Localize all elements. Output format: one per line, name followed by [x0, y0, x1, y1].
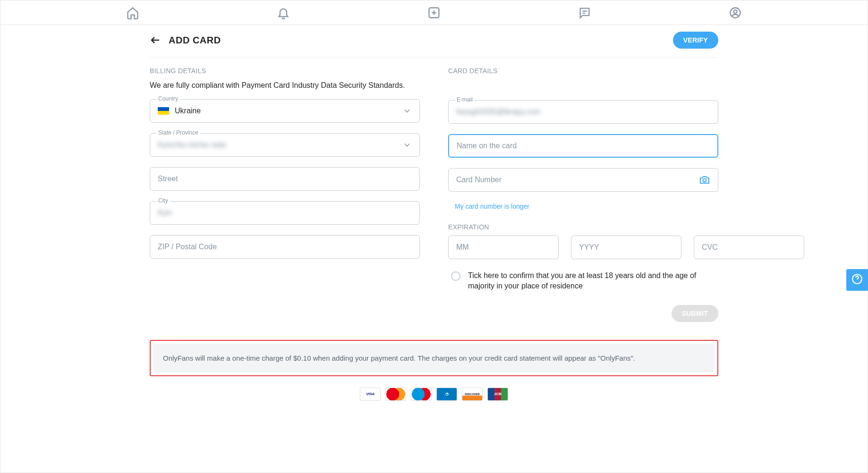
- cvc-field[interactable]: [694, 236, 804, 259]
- page-header: ADD CARD VERIFY: [150, 25, 718, 58]
- city-field[interactable]: City Kyiv: [150, 201, 420, 225]
- help-icon: [851, 273, 863, 287]
- svg-point-3: [703, 179, 706, 182]
- flag-ukraine-icon: [158, 107, 169, 115]
- billing-section-title: BILLING DETAILS: [150, 67, 420, 75]
- email-field[interactable]: E-mail fwysg53335@lbrapy.com: [448, 100, 718, 124]
- name-on-card-input[interactable]: [457, 142, 710, 150]
- card-number-field[interactable]: [448, 168, 718, 192]
- zip-field[interactable]: [150, 235, 420, 259]
- city-value: Kyiv: [158, 209, 172, 217]
- plus-square-icon[interactable]: [427, 6, 441, 19]
- street-input[interactable]: [158, 175, 412, 183]
- card-number-input[interactable]: [456, 176, 693, 184]
- chevron-down-icon: [402, 140, 412, 150]
- maestro-logo-icon: [411, 388, 432, 401]
- billing-column: BILLING DETAILS We are fully compliant w…: [150, 67, 420, 322]
- card-column: CARD DETAILS E-mail fwysg53335@lbrapy.co…: [448, 67, 718, 322]
- chevron-down-icon: [402, 106, 412, 116]
- cvc-input[interactable]: [702, 243, 796, 252]
- country-value: Ukraine: [175, 107, 397, 115]
- compliance-text: We are fully compliant with Payment Card…: [150, 81, 420, 90]
- charge-notice-highlight: OnlyFans will make a one-time charge of …: [150, 340, 718, 376]
- charge-notice-text: OnlyFans will make a one-time charge of …: [153, 344, 715, 372]
- card-brand-logos: VISA ◔ DISCOVER JCB: [150, 388, 718, 401]
- back-arrow-icon[interactable]: [150, 34, 161, 46]
- state-label: State / Province: [156, 129, 200, 136]
- jcb-logo-icon: JCB: [487, 388, 508, 401]
- age-confirm-label: Tick here to confirm that you are at lea…: [468, 270, 718, 292]
- zip-input[interactable]: [158, 243, 412, 251]
- country-label: Country: [156, 95, 180, 102]
- verify-button[interactable]: VERIFY: [673, 32, 718, 49]
- exp-month-field[interactable]: [448, 236, 559, 259]
- state-value: Kyivs'ka mis'ka rada: [158, 141, 397, 149]
- svg-point-2: [734, 10, 737, 13]
- camera-icon[interactable]: [699, 174, 710, 186]
- card-number-longer-link[interactable]: My card number is longer: [455, 203, 529, 210]
- card-section-title: CARD DETAILS: [448, 67, 718, 75]
- exp-year-field[interactable]: [571, 236, 681, 259]
- diners-logo-icon: ◔: [436, 388, 457, 401]
- age-confirm-checkbox[interactable]: [451, 271, 460, 281]
- help-fab-button[interactable]: [846, 269, 868, 291]
- message-icon[interactable]: [578, 6, 591, 19]
- country-field[interactable]: Country Ukraine: [150, 99, 420, 123]
- top-nav: [0, 0, 868, 25]
- page-title: ADD CARD: [169, 35, 221, 46]
- email-value: fwysg53335@lbrapy.com: [456, 108, 541, 116]
- home-icon[interactable]: [126, 6, 139, 19]
- discover-logo-icon: DISCOVER: [462, 388, 483, 401]
- name-on-card-field[interactable]: [448, 134, 718, 158]
- expiration-label: EXPIRATION: [448, 223, 718, 231]
- age-confirm-row[interactable]: Tick here to confirm that you are at lea…: [448, 270, 718, 292]
- state-field[interactable]: State / Province Kyivs'ka mis'ka rada: [150, 133, 420, 157]
- email-label: E-mail: [455, 96, 475, 103]
- submit-button[interactable]: SUBMIT: [672, 305, 718, 322]
- mastercard-logo-icon: [385, 388, 406, 401]
- profile-icon[interactable]: [729, 6, 742, 19]
- city-label: City: [156, 197, 170, 204]
- exp-year-input[interactable]: [579, 243, 673, 252]
- visa-logo-icon: VISA: [360, 388, 381, 401]
- exp-month-input[interactable]: [456, 243, 551, 252]
- street-field[interactable]: [150, 167, 420, 191]
- bell-icon[interactable]: [277, 6, 290, 19]
